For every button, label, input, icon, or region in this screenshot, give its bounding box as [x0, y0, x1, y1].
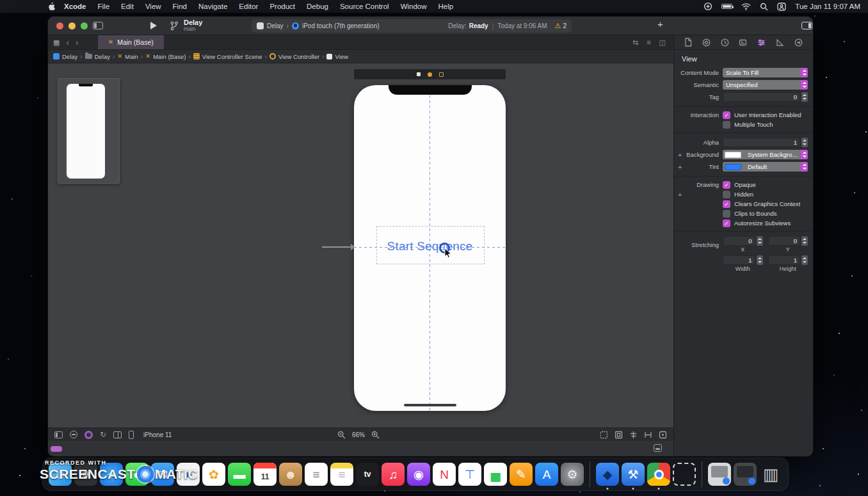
- recording-menu-icon[interactable]: [703, 2, 712, 11]
- safari-icon[interactable]: ✦: [100, 463, 123, 486]
- jump-bar-item-view-controller[interactable]: View Controller: [269, 53, 319, 60]
- size-inspector-tab[interactable]: [776, 38, 784, 47]
- embed-icon[interactable]: [615, 431, 623, 439]
- battery-icon[interactable]: [721, 4, 732, 9]
- menu-navigate[interactable]: Navigate: [193, 3, 233, 10]
- start-sequence-button[interactable]: Start Sequence: [354, 239, 506, 253]
- minimize-button[interactable]: [68, 22, 76, 29]
- update-frames-icon[interactable]: [600, 431, 608, 439]
- warning-badge[interactable]: ⚠ 2: [555, 22, 567, 29]
- semantic-dropdown[interactable]: Unspecified: [723, 80, 808, 90]
- photos-icon[interactable]: ✿: [202, 463, 225, 486]
- menu-bar-clock[interactable]: Tue Jan 11 9:07 AM: [795, 3, 860, 10]
- appearance-toggle-icon[interactable]: [84, 431, 93, 439]
- orientation-icon[interactable]: [100, 430, 106, 439]
- contacts-icon[interactable]: ☻: [279, 463, 302, 486]
- scheme-device[interactable]: iPod touch (7th generation): [302, 22, 380, 29]
- developer-icon[interactable]: ◆: [596, 463, 619, 486]
- launchpad-icon[interactable]: ❖: [74, 463, 97, 486]
- mail-icon[interactable]: ✉: [151, 463, 174, 486]
- adaptation-icon[interactable]: [113, 431, 122, 438]
- checkbox-opaque[interactable]: ✓: [723, 181, 730, 189]
- facetime-icon[interactable]: ▬: [228, 463, 251, 486]
- stretching-y-field[interactable]: 0: [768, 236, 801, 246]
- apple-tv-icon[interactable]: tv: [356, 463, 379, 486]
- add-constraints-icon[interactable]: [644, 431, 652, 439]
- notes-icon[interactable]: ≡: [330, 463, 353, 486]
- interface-builder-canvas[interactable]: Start Sequence: [48, 63, 673, 428]
- music-icon[interactable]: ♫: [382, 463, 405, 486]
- xcode-icon[interactable]: ⚒: [622, 463, 645, 486]
- stretching-width-field[interactable]: 1: [723, 255, 755, 265]
- menu-window[interactable]: Window: [395, 3, 433, 10]
- menu-edit[interactable]: Edit: [115, 3, 140, 10]
- background-dropdown[interactable]: System Background...: [723, 150, 808, 159]
- app-store-icon[interactable]: A: [535, 463, 558, 486]
- resolve-autolayout-icon[interactable]: [659, 431, 667, 439]
- user-switch-icon[interactable]: [777, 3, 786, 11]
- tag-stepper[interactable]: [801, 92, 808, 102]
- run-button[interactable]: [150, 22, 157, 29]
- menu-view[interactable]: View: [140, 3, 167, 10]
- menu-help[interactable]: Help: [433, 3, 460, 10]
- checkbox-clears-graphics-context[interactable]: ✓: [723, 200, 730, 208]
- quick-help-inspector-tab[interactable]: [702, 38, 711, 47]
- apple-menu-icon[interactable]: [47, 2, 56, 11]
- pages-icon[interactable]: ✎: [510, 463, 533, 486]
- code-review-icon[interactable]: [632, 38, 638, 47]
- checkbox-hidden[interactable]: ✓: [723, 191, 730, 198]
- stepper[interactable]: [801, 236, 808, 246]
- podcasts-icon[interactable]: ◉: [407, 463, 430, 486]
- stepper[interactable]: [757, 255, 763, 265]
- storyboard-minimap[interactable]: [58, 78, 120, 184]
- jump-bar-item-main-base[interactable]: Main (Base): [145, 53, 186, 60]
- add-variation-button[interactable]: [678, 191, 682, 198]
- canvas-page-icon[interactable]: [654, 444, 662, 452]
- tag-field[interactable]: 0: [723, 92, 800, 102]
- trash-icon[interactable]: ▥: [759, 463, 782, 486]
- jump-bar-item-view[interactable]: View: [326, 53, 348, 60]
- minimized-window-1-icon[interactable]: [708, 463, 731, 486]
- close-button[interactable]: [56, 22, 63, 29]
- document-outline-toggle-icon[interactable]: [54, 431, 63, 438]
- alpha-field[interactable]: 1: [723, 138, 800, 147]
- tab-main-base[interactable]: Main (Base): [98, 35, 164, 49]
- tint-color-swatch[interactable]: [725, 164, 741, 170]
- menu-product[interactable]: Product: [264, 3, 301, 10]
- background-color-swatch[interactable]: [725, 152, 741, 158]
- add-variation-button[interactable]: [678, 163, 682, 170]
- messages-icon[interactable]: ●: [125, 463, 149, 486]
- numbers-icon[interactable]: ▅: [484, 463, 507, 486]
- add-variation-button[interactable]: [678, 151, 682, 158]
- history-inspector-tab[interactable]: [721, 38, 729, 47]
- jump-bar-item-view-controller-scene[interactable]: View Controller Scene: [193, 53, 262, 60]
- tint-dropdown[interactable]: Default: [723, 162, 808, 172]
- device-name[interactable]: iPhone 11: [143, 431, 172, 438]
- view-controller-dock-icon[interactable]: [417, 72, 421, 76]
- add-editor-icon[interactable]: [659, 38, 666, 47]
- news-icon[interactable]: N: [433, 463, 456, 486]
- editor-options-icon[interactable]: [647, 38, 650, 46]
- alpha-stepper[interactable]: [801, 138, 808, 147]
- stepper[interactable]: [757, 236, 763, 246]
- back-icon[interactable]: [66, 38, 69, 47]
- zoom-in-icon[interactable]: [371, 431, 380, 439]
- library-button[interactable]: [657, 19, 663, 29]
- calendar-icon[interactable]: 11: [253, 463, 277, 486]
- file-inspector-tab[interactable]: [684, 38, 692, 47]
- menu-file[interactable]: File: [92, 3, 116, 10]
- identity-inspector-tab[interactable]: [739, 38, 747, 47]
- checkbox-multiple-touch[interactable]: ✓: [723, 121, 730, 129]
- align-icon[interactable]: [629, 431, 638, 439]
- stepper[interactable]: [801, 255, 808, 265]
- finder-icon[interactable]: ☺: [49, 463, 72, 486]
- menu-source-control[interactable]: Source Control: [334, 3, 395, 10]
- attributes-inspector-tab[interactable]: [757, 38, 766, 47]
- jump-bar-item-main[interactable]: Main: [117, 53, 138, 60]
- zoom-level[interactable]: 66%: [352, 431, 365, 438]
- stretching-x-field[interactable]: 0: [723, 236, 755, 246]
- show-all-tabs-icon[interactable]: [53, 38, 60, 47]
- minimized-window-2-icon[interactable]: [734, 463, 757, 486]
- scheme-target[interactable]: Delay: [267, 22, 284, 29]
- content-mode-dropdown[interactable]: Scale To Fill: [723, 68, 808, 77]
